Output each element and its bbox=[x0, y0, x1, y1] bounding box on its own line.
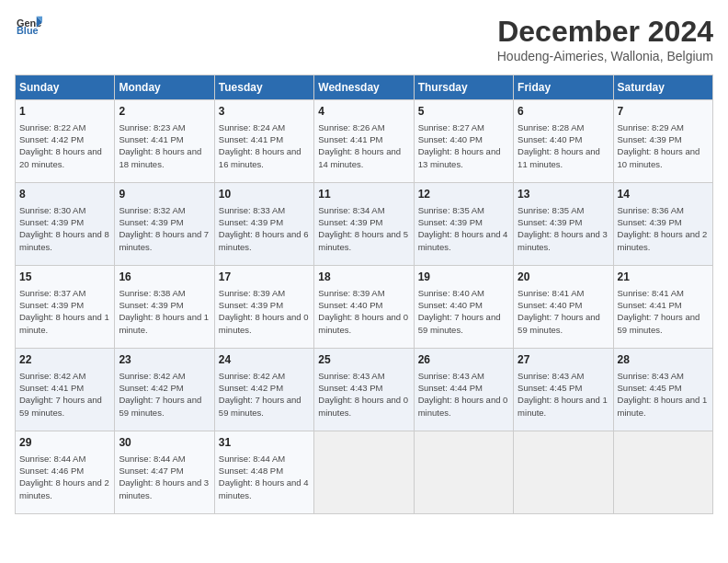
day-header-thursday: Thursday bbox=[414, 75, 513, 100]
week-row-5: 29Sunrise: 8:44 AMSunset: 4:46 PMDayligh… bbox=[16, 431, 713, 514]
calendar-cell bbox=[514, 431, 613, 514]
calendar-cell: 4Sunrise: 8:26 AMSunset: 4:41 PMDaylight… bbox=[314, 100, 414, 183]
calendar-cell: 22Sunrise: 8:42 AMSunset: 4:41 PMDayligh… bbox=[16, 349, 115, 431]
day-header-monday: Monday bbox=[115, 75, 214, 100]
day-info: Sunrise: 8:41 AMSunset: 4:40 PMDaylight:… bbox=[518, 287, 609, 336]
calendar-cell: 17Sunrise: 8:39 AMSunset: 4:39 PMDayligh… bbox=[214, 266, 313, 349]
day-number: 21 bbox=[618, 270, 709, 285]
day-info: Sunrise: 8:38 AMSunset: 4:39 PMDaylight:… bbox=[119, 287, 210, 336]
day-number: 18 bbox=[318, 270, 409, 285]
day-info: Sunrise: 8:28 AMSunset: 4:40 PMDaylight:… bbox=[518, 121, 609, 170]
day-info: Sunrise: 8:27 AMSunset: 4:40 PMDaylight:… bbox=[418, 121, 509, 170]
day-info: Sunrise: 8:43 AMSunset: 4:45 PMDaylight:… bbox=[618, 370, 709, 419]
calendar-cell: 6Sunrise: 8:28 AMSunset: 4:40 PMDaylight… bbox=[514, 100, 613, 183]
day-info: Sunrise: 8:33 AMSunset: 4:39 PMDaylight:… bbox=[219, 204, 310, 253]
day-number: 19 bbox=[418, 270, 509, 285]
day-info: Sunrise: 8:39 AMSunset: 4:39 PMDaylight:… bbox=[219, 287, 310, 336]
day-number: 11 bbox=[318, 187, 409, 202]
location-title: Houdeng-Aimeries, Wallonia, Belgium bbox=[497, 49, 713, 63]
day-number: 25 bbox=[318, 352, 409, 368]
day-number: 17 bbox=[219, 270, 310, 285]
svg-text:Blue: Blue bbox=[17, 25, 39, 35]
day-info: Sunrise: 8:42 AMSunset: 4:42 PMDaylight:… bbox=[219, 370, 310, 419]
calendar-cell: 16Sunrise: 8:38 AMSunset: 4:39 PMDayligh… bbox=[115, 266, 214, 349]
calendar-cell: 27Sunrise: 8:43 AMSunset: 4:45 PMDayligh… bbox=[514, 349, 613, 431]
day-header-saturday: Saturday bbox=[613, 75, 712, 100]
day-info: Sunrise: 8:44 AMSunset: 4:48 PMDaylight:… bbox=[219, 453, 310, 501]
calendar-cell bbox=[613, 431, 712, 514]
day-number: 5 bbox=[418, 104, 509, 120]
day-info: Sunrise: 8:43 AMSunset: 4:43 PMDaylight:… bbox=[318, 370, 409, 419]
day-number: 9 bbox=[119, 187, 210, 202]
day-number: 16 bbox=[119, 270, 210, 285]
calendar-cell: 11Sunrise: 8:34 AMSunset: 4:39 PMDayligh… bbox=[314, 183, 414, 266]
day-number: 2 bbox=[119, 104, 210, 120]
day-number: 12 bbox=[418, 187, 509, 202]
day-number: 8 bbox=[19, 187, 110, 202]
day-number: 24 bbox=[219, 352, 310, 368]
day-info: Sunrise: 8:42 AMSunset: 4:41 PMDaylight:… bbox=[19, 370, 110, 419]
day-info: Sunrise: 8:40 AMSunset: 4:40 PMDaylight:… bbox=[418, 287, 509, 336]
day-number: 20 bbox=[518, 270, 609, 285]
calendar-cell: 5Sunrise: 8:27 AMSunset: 4:40 PMDaylight… bbox=[414, 100, 513, 183]
week-row-1: 1Sunrise: 8:22 AMSunset: 4:42 PMDaylight… bbox=[16, 100, 713, 183]
day-number: 23 bbox=[119, 352, 210, 368]
day-number: 22 bbox=[19, 352, 110, 368]
day-info: Sunrise: 8:22 AMSunset: 4:42 PMDaylight:… bbox=[19, 121, 110, 170]
calendar-cell: 9Sunrise: 8:32 AMSunset: 4:39 PMDaylight… bbox=[115, 183, 214, 266]
header: General Blue December 2024 Houdeng-Aimer… bbox=[15, 15, 713, 63]
calendar-cell: 21Sunrise: 8:41 AMSunset: 4:41 PMDayligh… bbox=[613, 266, 712, 349]
day-header-wednesday: Wednesday bbox=[314, 75, 414, 100]
day-info: Sunrise: 8:29 AMSunset: 4:39 PMDaylight:… bbox=[618, 121, 709, 170]
day-info: Sunrise: 8:35 AMSunset: 4:39 PMDaylight:… bbox=[418, 204, 509, 253]
calendar-cell: 1Sunrise: 8:22 AMSunset: 4:42 PMDaylight… bbox=[16, 100, 115, 183]
day-number: 26 bbox=[418, 352, 509, 368]
days-header-row: SundayMondayTuesdayWednesdayThursdayFrid… bbox=[16, 75, 713, 100]
title-area: December 2024 Houdeng-Aimeries, Wallonia… bbox=[497, 15, 713, 63]
calendar-cell: 29Sunrise: 8:44 AMSunset: 4:46 PMDayligh… bbox=[16, 431, 115, 514]
day-info: Sunrise: 8:32 AMSunset: 4:39 PMDaylight:… bbox=[119, 204, 210, 253]
calendar-cell: 23Sunrise: 8:42 AMSunset: 4:42 PMDayligh… bbox=[115, 349, 214, 431]
week-row-4: 22Sunrise: 8:42 AMSunset: 4:41 PMDayligh… bbox=[16, 349, 713, 431]
calendar-cell: 8Sunrise: 8:30 AMSunset: 4:39 PMDaylight… bbox=[16, 183, 115, 266]
calendar-cell: 7Sunrise: 8:29 AMSunset: 4:39 PMDaylight… bbox=[613, 100, 712, 183]
day-info: Sunrise: 8:44 AMSunset: 4:47 PMDaylight:… bbox=[119, 453, 210, 501]
calendar-cell: 3Sunrise: 8:24 AMSunset: 4:41 PMDaylight… bbox=[214, 100, 313, 183]
logo-icon: General Blue bbox=[17, 15, 42, 35]
calendar-cell: 30Sunrise: 8:44 AMSunset: 4:47 PMDayligh… bbox=[115, 431, 214, 514]
day-number: 10 bbox=[219, 187, 310, 202]
week-row-2: 8Sunrise: 8:30 AMSunset: 4:39 PMDaylight… bbox=[16, 183, 713, 266]
day-number: 27 bbox=[518, 352, 609, 368]
day-number: 13 bbox=[518, 187, 609, 202]
day-number: 15 bbox=[19, 270, 110, 285]
calendar-cell: 20Sunrise: 8:41 AMSunset: 4:40 PMDayligh… bbox=[514, 266, 613, 349]
week-row-3: 15Sunrise: 8:37 AMSunset: 4:39 PMDayligh… bbox=[16, 266, 713, 349]
calendar-cell: 13Sunrise: 8:35 AMSunset: 4:39 PMDayligh… bbox=[514, 183, 613, 266]
calendar-table: SundayMondayTuesdayWednesdayThursdayFrid… bbox=[15, 75, 713, 514]
day-number: 6 bbox=[518, 104, 609, 120]
calendar-cell: 19Sunrise: 8:40 AMSunset: 4:40 PMDayligh… bbox=[414, 266, 513, 349]
day-number: 31 bbox=[219, 435, 310, 451]
day-info: Sunrise: 8:44 AMSunset: 4:46 PMDaylight:… bbox=[19, 453, 110, 501]
calendar-cell: 10Sunrise: 8:33 AMSunset: 4:39 PMDayligh… bbox=[214, 183, 313, 266]
day-info: Sunrise: 8:24 AMSunset: 4:41 PMDaylight:… bbox=[219, 121, 310, 170]
calendar-cell: 24Sunrise: 8:42 AMSunset: 4:42 PMDayligh… bbox=[214, 349, 313, 431]
day-info: Sunrise: 8:41 AMSunset: 4:41 PMDaylight:… bbox=[618, 287, 709, 336]
calendar-cell: 14Sunrise: 8:36 AMSunset: 4:39 PMDayligh… bbox=[613, 183, 712, 266]
day-number: 3 bbox=[219, 104, 310, 120]
month-title: December 2024 bbox=[497, 15, 713, 49]
day-info: Sunrise: 8:26 AMSunset: 4:41 PMDaylight:… bbox=[318, 121, 409, 170]
calendar-cell: 25Sunrise: 8:43 AMSunset: 4:43 PMDayligh… bbox=[314, 349, 414, 431]
day-number: 14 bbox=[618, 187, 709, 202]
day-info: Sunrise: 8:39 AMSunset: 4:40 PMDaylight:… bbox=[318, 287, 409, 336]
day-info: Sunrise: 8:23 AMSunset: 4:41 PMDaylight:… bbox=[119, 121, 210, 170]
day-number: 30 bbox=[119, 435, 210, 451]
day-info: Sunrise: 8:34 AMSunset: 4:39 PMDaylight:… bbox=[318, 204, 409, 253]
calendar-cell: 26Sunrise: 8:43 AMSunset: 4:44 PMDayligh… bbox=[414, 349, 513, 431]
day-header-friday: Friday bbox=[514, 75, 613, 100]
day-number: 28 bbox=[618, 352, 709, 368]
day-info: Sunrise: 8:30 AMSunset: 4:39 PMDaylight:… bbox=[19, 204, 110, 253]
calendar-cell: 15Sunrise: 8:37 AMSunset: 4:39 PMDayligh… bbox=[16, 266, 115, 349]
calendar-cell bbox=[414, 431, 513, 514]
calendar-cell: 2Sunrise: 8:23 AMSunset: 4:41 PMDaylight… bbox=[115, 100, 214, 183]
